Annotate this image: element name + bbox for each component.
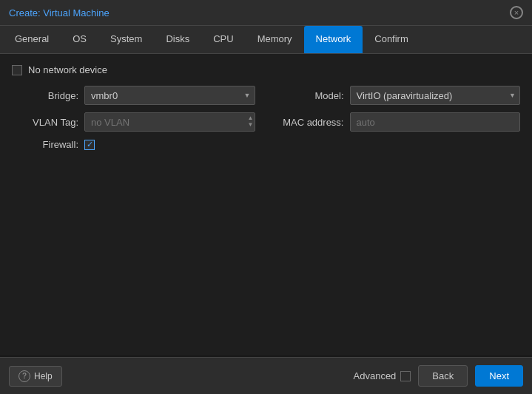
- tab-disks[interactable]: Disks: [154, 26, 201, 53]
- mac-label: MAC address:: [277, 117, 344, 128]
- footer: ? Help Advanced Back Next: [0, 357, 532, 394]
- advanced-label-group: Advanced: [354, 370, 411, 381]
- vlan-input[interactable]: [84, 112, 255, 132]
- bridge-select-wrapper: vmbr0vmbr1: [84, 86, 255, 105]
- footer-left: ? Help: [9, 366, 62, 387]
- model-select[interactable]: VirtIO (paravirtualized)e1000rtl8139: [350, 86, 521, 105]
- tab-cpu[interactable]: CPU: [201, 26, 245, 53]
- help-button[interactable]: ? Help: [9, 366, 62, 387]
- next-button[interactable]: Next: [475, 365, 523, 387]
- vlan-row: VLAN Tag: ▲ ▼: [12, 112, 255, 132]
- advanced-text: Advanced: [354, 370, 397, 381]
- back-button[interactable]: Back: [418, 365, 468, 387]
- firewall-checkbox[interactable]: ✓: [84, 140, 95, 150]
- title-bar: Create: Virtual Machine ×: [0, 0, 532, 26]
- form-grid: Bridge: vmbr0vmbr1 Model: VirtIO (paravi…: [12, 86, 520, 132]
- model-select-wrapper: VirtIO (paravirtualized)e1000rtl8139: [350, 86, 521, 105]
- dialog-title: Create: Virtual Machine: [9, 7, 110, 18]
- tab-confirm[interactable]: Confirm: [363, 26, 420, 53]
- tab-os[interactable]: OS: [61, 26, 98, 53]
- bridge-label: Bridge:: [12, 90, 78, 101]
- mac-row: MAC address:: [277, 112, 521, 132]
- vlan-spinner-wrapper: ▲ ▼: [84, 112, 255, 132]
- no-network-checkbox[interactable]: [12, 65, 22, 75]
- help-label: Help: [34, 371, 53, 381]
- content-area: No network device Bridge: vmbr0vmbr1 Mod…: [0, 54, 532, 355]
- tab-memory[interactable]: Memory: [246, 26, 304, 53]
- tab-general[interactable]: General: [3, 26, 61, 53]
- model-label: Model:: [277, 90, 344, 101]
- footer-right: Advanced Back Next: [354, 365, 523, 387]
- tab-system[interactable]: System: [98, 26, 154, 53]
- tab-bar: General OS System Disks CPU Memory Netwo…: [0, 26, 532, 54]
- bridge-select[interactable]: vmbr0vmbr1: [84, 86, 255, 105]
- mac-input[interactable]: [350, 112, 521, 132]
- no-network-row: No network device: [12, 64, 520, 75]
- firewall-row: Firewall: ✓: [12, 139, 520, 150]
- model-row: Model: VirtIO (paravirtualized)e1000rtl8…: [277, 86, 521, 105]
- advanced-checkbox[interactable]: [400, 371, 411, 381]
- vlan-arrows: ▲ ▼: [248, 114, 254, 130]
- help-icon: ?: [18, 370, 30, 382]
- no-network-label: No network device: [28, 64, 107, 75]
- vlan-down-arrow[interactable]: ▼: [248, 122, 254, 129]
- close-button[interactable]: ×: [510, 6, 523, 19]
- vlan-label: VLAN Tag:: [12, 117, 78, 128]
- firewall-label: Firewall:: [12, 139, 78, 150]
- bridge-row: Bridge: vmbr0vmbr1: [12, 86, 255, 105]
- tab-network[interactable]: Network: [304, 26, 363, 53]
